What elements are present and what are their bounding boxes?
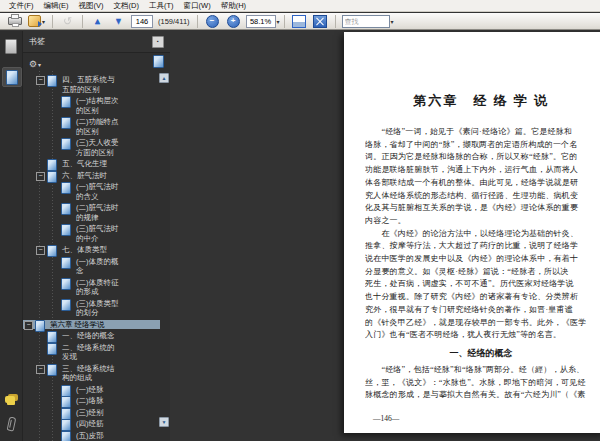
- bookmark-label: (二)脏气法时的规律: [76, 203, 122, 222]
- expander-minus-icon[interactable]: −: [36, 172, 45, 181]
- zoom-in-button[interactable]: +: [224, 13, 243, 30]
- page-line: 在《内经》的论治方法中，以经络理论为基础的针灸、: [365, 228, 597, 241]
- pages-panel-tab[interactable]: [2, 37, 20, 55]
- zoom-out-icon: −: [206, 15, 219, 28]
- bookmark-page-icon: [61, 396, 71, 408]
- bookmark-item[interactable]: −六、脏气法时: [23, 171, 160, 181]
- bookmark-item[interactable]: −四、五脏系统与五脏的区别: [23, 75, 160, 94]
- bookmark-label: (二)络脉: [76, 396, 122, 406]
- bookmark-item[interactable]: −七、体质类型: [23, 245, 160, 255]
- bookmark-label: (一)结构层次的区别: [76, 96, 122, 115]
- bookmark-item[interactable]: (一)脏气法时的含义: [23, 182, 160, 201]
- bookmark-page-icon: [47, 159, 57, 171]
- previous-page-button[interactable]: ▲: [88, 13, 107, 30]
- bookmarks-panel-tab[interactable]: [2, 67, 22, 87]
- bookmark-item[interactable]: (一)体质的概念: [23, 257, 160, 276]
- current-bookmark-button[interactable]: [153, 55, 164, 68]
- bookmark-page-icon: [61, 431, 71, 441]
- bookmark-label: (三)体质类型的划分: [76, 299, 122, 318]
- tree-scrollbar[interactable]: ▲ ▼: [159, 73, 169, 427]
- bookmark-label: (二)体质特征的形成: [76, 278, 122, 297]
- bookmark-label: (一)经脉: [76, 385, 122, 395]
- zoom-level-label: 58.1%: [250, 17, 271, 26]
- document-area[interactable]: 第六章 经 络 学 说 “经络”一词，始见于《素问·经络论》篇。它是经脉和络脉，…: [171, 31, 600, 441]
- page-line: 体各部联结成一个有机的整体。由此可见，经络学说就是研: [365, 177, 597, 190]
- menu-bar: 文件(F)编辑(E)视图(V)文档(D)工具(T)窗口(W)帮助(H): [0, 0, 600, 12]
- scroll-mode-button[interactable]: [290, 13, 309, 30]
- toolbar-separator: [82, 15, 83, 28]
- bookmark-label: (三)天人收受方面的区别: [76, 138, 122, 157]
- page-line: 也十分重视。除了研究《内经》的诸家著有专论、分类辨析: [365, 291, 597, 304]
- bookmark-item[interactable]: 一、经络的概念: [23, 331, 160, 341]
- fullscreen-button[interactable]: [311, 13, 330, 30]
- export-button[interactable]: ▾: [26, 13, 47, 30]
- zoom-level-box[interactable]: 58.1%: [246, 15, 276, 28]
- menu-item[interactable]: 文件(F): [4, 1, 39, 11]
- bookmark-options-button[interactable]: ⚙▾: [29, 53, 41, 71]
- page-line: 词。正因为它是经脉和络脉的合称，所以又称“经脉”。它的: [365, 151, 597, 164]
- find-dropdown-caret-icon[interactable]: ▾: [391, 18, 394, 25]
- bookmark-label: 一、经络的概念: [62, 331, 120, 341]
- bookmark-item[interactable]: 二、经络系统的发现: [23, 343, 160, 362]
- page-line: 络脉，省却了中间的“脉”，撷取两者的定语所构成的一个名: [365, 139, 597, 152]
- find-input[interactable]: [342, 15, 390, 28]
- menu-item[interactable]: 文档(D): [109, 1, 144, 11]
- menu-item[interactable]: 窗口(W): [179, 1, 216, 11]
- comments-panel-tab[interactable]: [2, 389, 20, 407]
- page-title: 第六章 经 络 学 说: [365, 92, 597, 110]
- bookmark-item[interactable]: −三、经络系统结构的组成: [23, 364, 160, 383]
- menu-item[interactable]: 视图(V): [74, 1, 109, 11]
- page-line: 的《针灸甲乙经》，就是现存较早的一部专书。此外，《医学: [365, 317, 597, 330]
- bookmark-page-icon: [61, 138, 71, 150]
- zoom-out-button[interactable]: −: [203, 13, 222, 30]
- expander-minus-icon[interactable]: −: [36, 365, 45, 374]
- page-content: 第六章 经 络 学 说 “经络”一词，始见于《素问·经络论》篇。它是经脉和络脉，…: [365, 92, 597, 423]
- expander-minus-icon[interactable]: −: [36, 76, 45, 85]
- bookmark-item[interactable]: (三)体质类型的划分: [23, 299, 160, 318]
- bookmark-page-icon: [61, 385, 71, 397]
- bookmark-label: (四)经筋: [76, 419, 122, 429]
- bookmark-item[interactable]: −第六章 经络学说: [23, 320, 160, 330]
- bookmark-item[interactable]: (二)功能特点的区别: [23, 117, 160, 136]
- page-number-input[interactable]: [131, 15, 153, 28]
- bookmark-label: 第六章 经络学说: [50, 320, 142, 330]
- page-line: “经络”一词，始见于《素问·经络论》篇。它是经脉和: [365, 126, 597, 139]
- bookmark-item[interactable]: (五)皮部: [23, 431, 160, 441]
- attachments-panel-tab[interactable]: [2, 415, 20, 433]
- bookmark-item[interactable]: (二)体质特征的形成: [23, 278, 160, 297]
- bookmark-page-icon: [35, 320, 45, 332]
- bookmark-item[interactable]: (二)脏气法时的规律: [23, 203, 160, 222]
- bookmark-item[interactable]: (一)结构层次的区别: [23, 96, 160, 115]
- up-arrow-icon: ▲: [93, 17, 102, 26]
- bookmark-item[interactable]: (三)经别: [23, 408, 160, 418]
- bookmark-page-icon: [47, 75, 57, 87]
- down-arrow-icon: ▼: [114, 17, 123, 26]
- bookmark-item[interactable]: (一)经脉: [23, 385, 160, 395]
- bookmark-item[interactable]: 五、气化生理: [23, 159, 160, 169]
- scroll-up-button[interactable]: ▲: [159, 73, 169, 83]
- page-line: 化及其与脏腑相互关系的学说，是《内经》理论体系的重要: [365, 202, 597, 215]
- bookmark-tree: −四、五脏系统与五脏的区别(一)结构层次的区别(二)功能特点的区别(三)天人收受…: [23, 71, 160, 441]
- bookmark-label: 六、脏气法时: [62, 171, 120, 181]
- bookmark-label: 三、经络系统结构的组成: [62, 364, 120, 383]
- toolbar-separator: [335, 15, 336, 28]
- expander-minus-icon[interactable]: −: [24, 321, 33, 330]
- menu-item[interactable]: 帮助(H): [216, 1, 251, 11]
- bookmark-item[interactable]: (三)脏气法时的中介: [23, 224, 160, 243]
- bookmark-item[interactable]: (四)经筋: [23, 419, 160, 429]
- bookmark-item[interactable]: (三)天人收受方面的区别: [23, 138, 160, 157]
- menu-item[interactable]: 编辑(E): [39, 1, 74, 11]
- next-page-button[interactable]: ▼: [109, 13, 128, 30]
- panel-menu-button[interactable]: ▪: [152, 36, 164, 48]
- previous-view-icon: ↺: [63, 16, 72, 26]
- dropdown-caret-icon: ▾: [42, 18, 45, 25]
- page-line: “经络”，包括“经脉”和“络脉”两部分。经（經），从糸、: [365, 364, 597, 377]
- scroll-down-button[interactable]: ▼: [159, 417, 169, 427]
- menu-item[interactable]: 工具(T): [144, 1, 179, 11]
- print-button[interactable]: [5, 13, 24, 30]
- expander-minus-icon[interactable]: −: [36, 246, 45, 255]
- zoom-dropdown-caret-icon[interactable]: ▾: [277, 18, 280, 25]
- page-count-label: (159/411): [158, 17, 190, 26]
- bookmark-item[interactable]: (二)络脉: [23, 396, 160, 406]
- bookmark-label: (三)脏气法时的中介: [76, 224, 122, 243]
